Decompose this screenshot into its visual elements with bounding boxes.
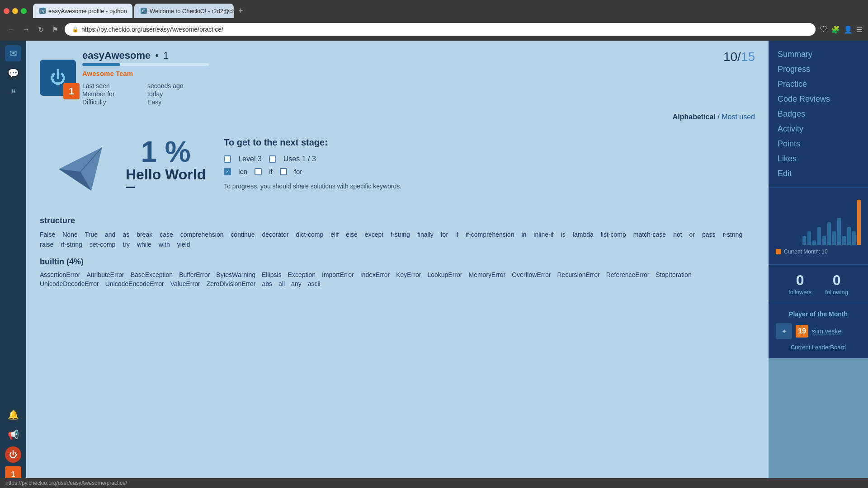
reload-button[interactable]: ↻ bbox=[36, 23, 46, 36]
req-checkbox-for bbox=[280, 168, 287, 175]
req-uses: Uses 1 / 3 bbox=[283, 155, 316, 163]
user-number: 1 bbox=[163, 50, 169, 61]
nav-item-edit[interactable]: Edit bbox=[778, 169, 859, 178]
builtin-lookuperror: LookupError bbox=[427, 271, 462, 278]
user-dot: • bbox=[155, 50, 159, 61]
req-checkbox-if bbox=[255, 168, 262, 175]
minimize-button[interactable] bbox=[12, 8, 18, 14]
structure-keywords: FalseNoneTrueandasbreakcasecomprehension… bbox=[40, 231, 755, 248]
req-len: len bbox=[238, 168, 247, 175]
chart-bars bbox=[776, 195, 861, 245]
team-link[interactable]: Awesome Team bbox=[82, 70, 133, 77]
traffic-lights bbox=[4, 8, 27, 14]
sidebar-icon-bell[interactable]: 🔔 bbox=[5, 407, 21, 423]
profile-header: ⏻ 1 easyAwesome • 1 Awesome Team bbox=[40, 50, 755, 106]
nav-item-likes[interactable]: Likes bbox=[778, 154, 859, 164]
progress-bar-container bbox=[82, 63, 209, 66]
builtin-ascii: ascii bbox=[308, 280, 321, 287]
maximize-button[interactable] bbox=[21, 8, 27, 14]
menu-icon[interactable]: ☰ bbox=[856, 25, 863, 34]
builtin-ellipsis: Ellipsis bbox=[262, 271, 282, 278]
req-if: if bbox=[269, 168, 273, 175]
followers-label: followers bbox=[788, 289, 811, 296]
chart-legend-text: Current Month: 10 bbox=[784, 249, 828, 255]
sidebar-icon-megaphone[interactable]: 📢 bbox=[5, 427, 21, 443]
builtin-section: builtin (4%) AssertionErrorAttributeErro… bbox=[40, 257, 755, 287]
new-tab-button[interactable]: + bbox=[236, 6, 246, 16]
chart-legend: Current Month: 10 bbox=[776, 249, 861, 255]
forward-button[interactable]: → bbox=[21, 23, 32, 35]
leaderboard-anchor[interactable]: Current LeaderBoard bbox=[791, 344, 846, 351]
stage-requirements: Level 3 Uses 1 / 3 ✓ len if for bbox=[224, 155, 741, 175]
right-sidebar: SummaryProgressPracticeCode ReviewsBadge… bbox=[769, 41, 868, 488]
player-name-link[interactable]: siim.veske bbox=[812, 328, 841, 335]
difficulty-value: Easy bbox=[147, 99, 209, 106]
builtin-buffererror: BufferError bbox=[179, 271, 210, 278]
chart-bar-2 bbox=[812, 240, 816, 245]
tab-favicon-1: py bbox=[39, 8, 46, 14]
keyword-if: if bbox=[455, 231, 458, 238]
keyword-and: and bbox=[105, 231, 115, 238]
sidebar-icon-quote[interactable]: ❝ bbox=[5, 85, 21, 101]
chart-bar-9 bbox=[847, 227, 851, 245]
nav-item-code-reviews[interactable]: Code Reviews bbox=[778, 94, 859, 104]
sidebar-icon-envelope[interactable]: ✉ bbox=[5, 45, 21, 61]
builtin-title: builtin (4%) bbox=[40, 257, 755, 267]
back-button[interactable]: ← bbox=[5, 23, 16, 35]
left-sidebar: ✉ 💬 ❝ 🔔 📢 ⏻ 1 bbox=[0, 41, 26, 488]
req-checkbox-uses bbox=[269, 155, 276, 163]
tab-favicon-2: G bbox=[141, 8, 147, 14]
sidebar-icon-power[interactable]: ⏻ bbox=[5, 446, 21, 463]
chart-panel: Current Month: 10 bbox=[769, 188, 868, 264]
chart-bar-3 bbox=[817, 227, 821, 245]
builtin-recursionerror: RecursionError bbox=[557, 271, 600, 278]
sidebar-icon-chat[interactable]: 💬 bbox=[5, 65, 21, 81]
keyword-list-comp: list-comp bbox=[601, 231, 626, 238]
followers-count: 0 bbox=[788, 272, 811, 289]
close-button[interactable] bbox=[4, 8, 9, 14]
nav-item-points[interactable]: Points bbox=[778, 139, 859, 149]
profile-icon[interactable]: 👤 bbox=[844, 25, 853, 34]
builtin-keywords: AssertionErrorAttributeErrorBaseExceptio… bbox=[40, 271, 755, 287]
keyword-inline-if: inline-if bbox=[533, 231, 553, 238]
builtin-importerror: ImportError bbox=[322, 271, 354, 278]
keyword-none: None bbox=[62, 231, 77, 238]
extensions-icon[interactable]: 🧩 bbox=[831, 25, 840, 34]
app-layout: ✉ 💬 ❝ 🔔 📢 ⏻ 1 ⏻ 1 bbox=[0, 41, 868, 488]
month-link[interactable]: Month bbox=[829, 310, 848, 318]
req-checkbox-level bbox=[224, 155, 231, 163]
keyword-except: except bbox=[365, 231, 383, 238]
sort-alphabetical[interactable]: Alphabetical bbox=[673, 113, 716, 121]
lock-icon: 🔒 bbox=[72, 26, 79, 33]
builtin-memoryerror: MemoryError bbox=[468, 271, 505, 278]
keyword-raise: raise bbox=[40, 241, 53, 248]
keyword-else: else bbox=[346, 231, 358, 238]
keyword-with: with bbox=[159, 241, 170, 248]
nav-item-activity[interactable]: Activity bbox=[778, 124, 859, 134]
builtin-stopiteration: StopIteration bbox=[656, 271, 691, 278]
stage-name: Hello World bbox=[126, 166, 206, 183]
avatar-container: ⏻ 1 bbox=[40, 60, 76, 96]
leaderboard-link: Current LeaderBoard bbox=[776, 343, 861, 351]
score-current: 10 bbox=[723, 50, 737, 64]
score-total: 15 bbox=[741, 50, 755, 64]
address-bar[interactable]: 🔒 https://py.checkio.org/user/easyAwesom… bbox=[65, 23, 816, 36]
keyword-or: or bbox=[689, 231, 695, 238]
tab-2[interactable]: G Welcome to CheckiO! - r2d2@chee... ✕ bbox=[134, 4, 234, 18]
sort-most-used[interactable]: Most used bbox=[722, 113, 755, 121]
bookmark-button[interactable]: ⚑ bbox=[50, 23, 60, 36]
req-level: Level 3 bbox=[238, 155, 262, 163]
keyword-elif: elif bbox=[330, 231, 339, 238]
stage-underline bbox=[126, 187, 135, 188]
nav-item-summary[interactable]: Summary bbox=[778, 50, 859, 59]
builtin-attributeerror: AttributeError bbox=[86, 271, 124, 278]
builtin-all: all bbox=[278, 280, 285, 287]
member-for-value: today bbox=[147, 90, 209, 98]
nav-item-practice[interactable]: Practice bbox=[778, 80, 859, 89]
nav-item-progress[interactable]: Progress bbox=[778, 65, 859, 74]
svg-marker-0 bbox=[59, 147, 102, 191]
keyword-yield: yield bbox=[177, 241, 190, 248]
tab-1[interactable]: py easyAwesome profile - python ✕ bbox=[33, 4, 132, 18]
player-of-month-title: Player of the Month bbox=[776, 310, 861, 318]
nav-item-badges[interactable]: Badges bbox=[778, 109, 859, 119]
